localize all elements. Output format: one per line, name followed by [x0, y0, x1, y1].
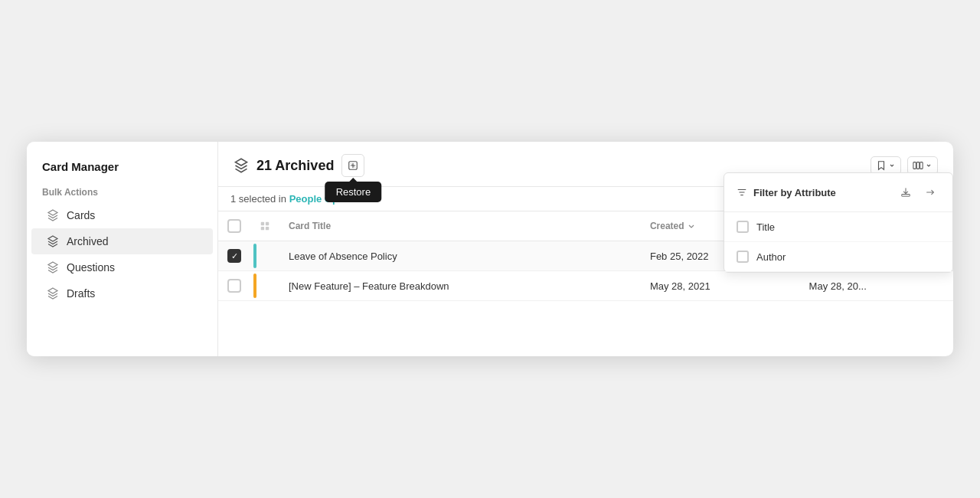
restore-btn-area: Restore — [341, 154, 364, 177]
sidebar-item-questions[interactable]: Questions — [31, 254, 213, 280]
sidebar-item-archived[interactable]: Archived — [31, 228, 213, 254]
row-checkbox[interactable] — [227, 279, 241, 293]
layers-icon — [47, 209, 59, 221]
svg-rect-4 — [261, 222, 264, 225]
filter-item-author-label: Author — [756, 251, 786, 263]
color-bar — [253, 274, 256, 298]
svg-rect-7 — [266, 227, 269, 230]
main-content: 21 Archived Restore — [218, 142, 953, 356]
sidebar-section-label: Bulk Actions — [27, 182, 217, 202]
table-header-card-title[interactable]: Card Title — [279, 211, 641, 241]
header-left: 21 Archived Restore — [234, 154, 364, 177]
sidebar-title: Card Manager — [27, 154, 217, 182]
selection-count-text: 1 selected in — [230, 193, 286, 205]
svg-rect-3 — [920, 162, 923, 169]
filter-checkbox-title[interactable] — [737, 221, 749, 233]
filter-panel-actions — [896, 182, 940, 202]
filter-checkbox-author[interactable] — [737, 251, 749, 263]
filter-export-button[interactable] — [896, 182, 916, 202]
row-last-modified: May 28, 20... — [800, 271, 953, 301]
sidebar-item-cards[interactable]: Cards — [31, 202, 213, 228]
table-header-color — [250, 211, 279, 241]
filter-item-title-label: Title — [756, 221, 775, 233]
page-title: 21 Archived — [256, 158, 334, 174]
row-title: Leave of Absence Policy — [279, 241, 641, 271]
filter-item-title[interactable]: Title — [724, 212, 952, 242]
sidebar: Card Manager Bulk Actions Cards Archi — [27, 142, 218, 356]
sidebar-item-label: Cards — [67, 209, 95, 221]
layers-icon-questions — [47, 261, 59, 274]
row-checkbox-cell[interactable] — [218, 241, 250, 271]
layers-icon-drafts — [47, 287, 59, 300]
layers-header-icon — [234, 158, 249, 173]
filter-panel-header: Filter by Attribute — [724, 173, 952, 212]
sidebar-item-drafts[interactable]: Drafts — [31, 280, 213, 306]
table-row: [New Feature] – Feature Breakdown May 28… — [218, 271, 953, 301]
filter-item-author[interactable]: Author — [724, 242, 952, 272]
restore-button[interactable] — [341, 154, 364, 177]
row-checkbox-cell[interactable] — [218, 271, 250, 301]
filter-panel-title: Filter by Attribute — [737, 187, 836, 198]
sidebar-item-label: Drafts — [67, 287, 95, 300]
color-bar — [253, 244, 256, 268]
svg-rect-11 — [902, 195, 910, 197]
filter-close-button[interactable] — [920, 182, 940, 202]
svg-rect-6 — [261, 227, 264, 230]
row-checkbox[interactable] — [227, 249, 241, 263]
row-created: May 28, 2021 — [641, 271, 800, 301]
restore-tooltip: Restore — [325, 182, 382, 202]
svg-rect-1 — [913, 162, 916, 169]
sidebar-item-label: Questions — [67, 261, 115, 274]
filter-panel: Filter by Attribute — [724, 172, 953, 273]
select-all-checkbox[interactable] — [227, 219, 241, 233]
sidebar-item-label: Archived — [67, 235, 108, 247]
svg-rect-5 — [266, 222, 269, 225]
row-title: [New Feature] – Feature Breakdown — [279, 271, 641, 301]
row-color-cell — [250, 271, 279, 301]
table-header-checkbox[interactable] — [218, 211, 250, 241]
svg-rect-2 — [916, 162, 920, 169]
row-color-cell — [250, 241, 279, 271]
layers-icon-archived — [47, 235, 59, 247]
filter-panel-label: Filter by Attribute — [753, 187, 836, 198]
